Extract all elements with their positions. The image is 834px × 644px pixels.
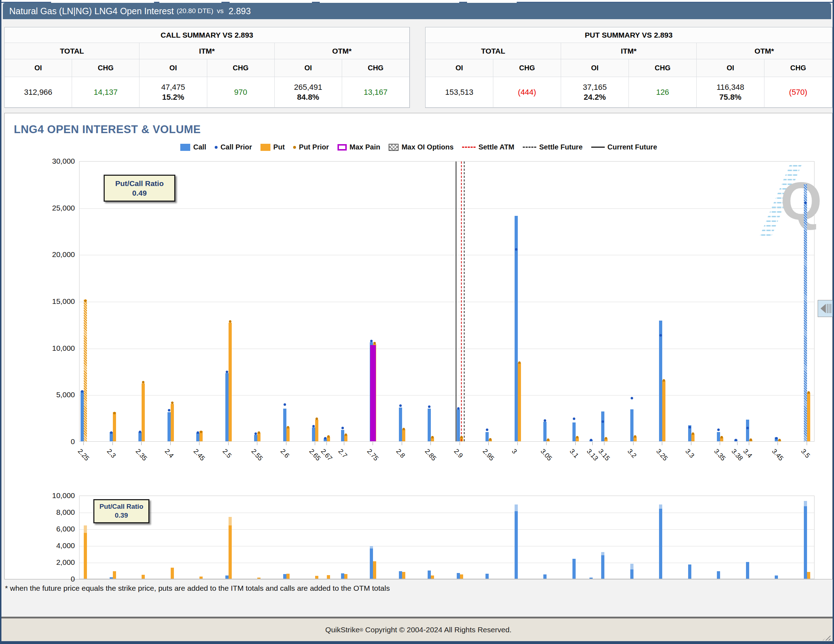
call-volume-bar [717, 571, 720, 579]
put-prior-dot [634, 435, 636, 438]
put-prior-dot [402, 428, 405, 430]
summary-group-header: ITM* [139, 43, 274, 59]
watermark-q-logo: Q [781, 174, 822, 228]
summary-col-header: OI [561, 59, 629, 77]
summary-value-cell: (444) [493, 77, 561, 108]
current-future-line [456, 162, 456, 441]
side-panel-toggle-button[interactable] [818, 300, 834, 317]
y-axis-label: 0 [41, 575, 75, 583]
put-volume-bar [327, 575, 330, 579]
x-axis-label: 3.35 [713, 447, 727, 462]
call-summary-table: CALL SUMMARY VS 2.893TOTALITM*OTM*OICHGO… [4, 27, 410, 108]
call-volume-bar [515, 511, 518, 579]
gridline [79, 349, 814, 349]
quikstrike-page: Natural Gas (LN|NG) LNG4 Open Interest (… [0, 0, 834, 644]
x-axis-label: 3.1 [568, 447, 580, 460]
tab-bar-remnant [2, 0, 834, 3]
call-oi-bar [746, 420, 749, 441]
summary-value-cell: 116,34875.8% [697, 77, 764, 108]
call-volume-bar [746, 562, 749, 579]
call-prior-dot [324, 437, 326, 440]
open-interest-plot[interactable] [79, 161, 815, 442]
call-oi-bar [428, 409, 431, 441]
put-oi-bar [691, 434, 695, 441]
chart-title: LNG4 OPEN INTEREST & VOLUME [14, 123, 201, 136]
summary-col-header: OI [275, 59, 342, 77]
put-prior-dot [171, 401, 173, 404]
call-oi-bar [601, 411, 604, 441]
gridline [79, 302, 814, 302]
call-volume-bar [659, 509, 662, 579]
call-oi-bar [659, 320, 662, 441]
call-volume-bar [590, 578, 593, 579]
y-axis-label: 2,000 [41, 558, 75, 566]
call-prior-dot [717, 429, 720, 431]
x-axis-tick [488, 442, 489, 445]
summary-col-header: CHG [342, 59, 409, 77]
gridline [79, 513, 814, 513]
put-summary-table: PUT SUMMARY VS 2.893TOTALITM*OTM*OICHGOI… [425, 27, 832, 108]
put-prior-dot [692, 432, 694, 435]
call-volume-bar [572, 559, 575, 579]
x-axis-tick [662, 442, 662, 445]
call-prior-dot [312, 425, 315, 427]
put-prior-dot [84, 299, 87, 302]
put-volume-bar [113, 571, 116, 579]
legend-item-settle-atm: Settle ATM [462, 143, 514, 151]
call-oi-bar [225, 373, 229, 441]
call-prior-dot [515, 248, 517, 251]
x-axis-label: 2.8 [394, 447, 406, 460]
y-axis-label: 10,000 [41, 491, 75, 500]
put-prior-dot [327, 435, 330, 438]
put-volume-bar [807, 572, 810, 579]
call-oi-bar [138, 432, 142, 441]
y-axis-label: 4,000 [41, 541, 75, 550]
legend-label: Current Future [608, 143, 657, 151]
put-prior-dot [547, 439, 550, 441]
x-axis-tick [257, 442, 257, 445]
x-axis-tick [83, 442, 84, 445]
put-oi-bar [286, 427, 289, 442]
volume-plot[interactable] [79, 495, 815, 579]
put-volume-bar [84, 533, 87, 579]
summary-value-cell: 970 [207, 77, 275, 108]
summary-group-header: TOTAL [425, 43, 561, 59]
x-axis-tick [373, 442, 373, 445]
call-prior-dot [139, 430, 141, 433]
collapse-grip-icon [827, 304, 831, 313]
summary-group-header: OTM* [275, 43, 409, 59]
put-oi-bar [518, 363, 521, 441]
solid-black-icon [591, 147, 605, 148]
x-axis-label: 2.6 [279, 447, 291, 460]
put-volume-bar [142, 575, 145, 579]
x-axis-label: 2.67 [319, 447, 334, 462]
y-axis-label: 30,000 [41, 157, 75, 165]
legend-item-put-prior: Put Prior [293, 143, 329, 151]
summary-col-header: OI [139, 59, 207, 77]
put-prior-dot [315, 417, 318, 420]
summary-value-cell: 153,513 [425, 77, 493, 108]
call-oi-bar [341, 430, 344, 441]
put-volume-bar [229, 526, 232, 579]
gridline [79, 395, 814, 395]
x-axis-label: 3.13 [585, 447, 600, 462]
pc-ratio-value: 0.39 [94, 511, 148, 520]
legend-item-put: Put [260, 143, 284, 151]
call-oi-bar [804, 184, 807, 441]
legend-label: Max OI Options [401, 143, 454, 151]
x-axis-label: 3.2 [626, 447, 638, 460]
summary-value-cell: 126 [629, 77, 697, 108]
put-prior-dot [750, 439, 752, 441]
call-volume-bar [341, 573, 344, 579]
gridline [79, 209, 814, 209]
call-prior-dot [428, 405, 430, 408]
legend-item-settle-future: Settle Future [523, 143, 582, 151]
settle-atm-line [461, 162, 462, 441]
call-volume-bar [225, 576, 229, 579]
x-axis-label: 2.65 [308, 447, 322, 462]
registered-mark: ® [359, 627, 363, 633]
x-axis-tick [141, 442, 142, 445]
put-prior-dot [807, 391, 810, 394]
x-axis-label: 2.9 [452, 447, 464, 460]
put-volume-bar [460, 574, 463, 579]
